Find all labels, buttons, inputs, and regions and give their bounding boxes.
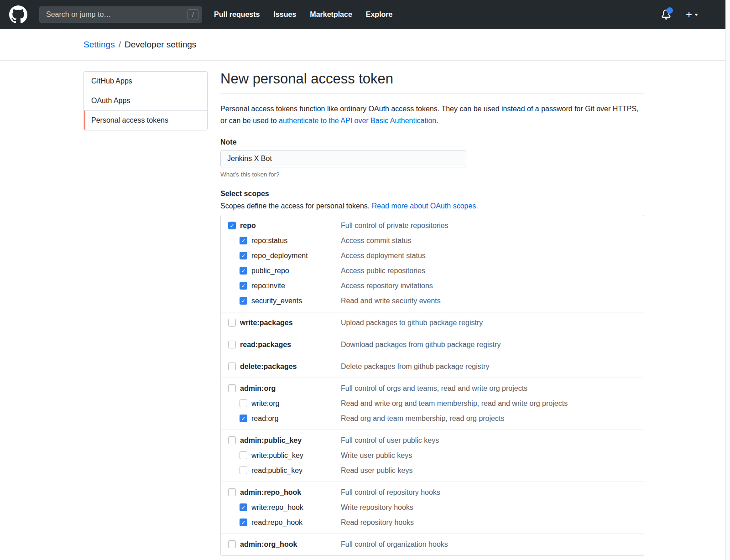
scope-description: Write repository hooks [341,503,413,512]
scope-row-delete-packages: delete:packagesDelete packages from gith… [228,359,636,374]
sidebar-item-oauth-apps[interactable]: OAuth Apps [84,91,207,110]
scope-description: Full control of repository hooks [341,488,440,497]
scope-checkbox-admin-org[interactable] [228,384,236,392]
page-scrollbar[interactable] [725,0,730,560]
scope-name-cell: read:packages [228,341,341,349]
scope-row-repo: repoFull control of private repositories [228,218,636,233]
scope-row-repo-status: repo:statusAccess commit status [228,233,636,248]
scope-name-cell: read:org [240,415,341,423]
scope-checkbox-public-repo[interactable] [240,267,247,275]
intro-paragraph: Personal access tokens function like ord… [220,103,644,127]
breadcrumb: Settings/Developer settings [83,40,196,50]
scope-description: Write user public keys [341,451,412,460]
scope-row-read-packages: read:packagesDownload packages from gith… [228,337,636,352]
scope-name-label: read:org [251,415,279,423]
scope-name-cell: repo_deployment [240,252,341,260]
scope-name-cell: write:public_key [240,451,341,460]
scope-checkbox-admin-org-hook[interactable] [228,540,236,548]
scope-name-label: write:packages [240,319,293,327]
scope-description: Read user public keys [341,467,412,475]
scope-name-label: admin:repo_hook [240,488,301,497]
scope-row-repo-invite: repo:inviteAccess repository invitations [228,278,636,293]
scope-name-label: write:org [251,399,279,408]
scope-description: Access public repositories [341,267,425,275]
scope-name-label: repo:status [251,237,287,245]
scope-checkbox-repo-invite[interactable] [240,282,247,290]
sidebar-item-github-apps[interactable]: GitHub Apps [84,72,207,91]
scopes-checklist: repoFull control of private repositories… [220,215,644,556]
oauth-scopes-link[interactable]: Read more about OAuth scopes. [372,202,478,210]
scopes-desc-text: Scopes define the access for personal to… [220,202,372,210]
scope-description: Upload packages to github package regist… [341,319,483,327]
note-label: Note [220,138,644,146]
scope-name-label: admin:org [240,384,276,393]
scope-row-write-public-key: write:public_keyWrite user public keys [228,448,636,463]
scope-description: Full control of private repositories [341,222,448,230]
top-header: / Pull requestsIssuesMarketplaceExplore … [0,0,730,29]
breadcrumb-separator: / [119,40,121,49]
scope-name-cell: repo [228,222,341,230]
scope-checkbox-read-packages[interactable] [228,341,236,348]
breadcrumb-settings-link[interactable]: Settings [83,40,115,49]
scope-group: admin:orgFull control of orgs and teams,… [221,378,644,430]
scope-group: admin:repo_hookFull control of repositor… [221,482,644,534]
scope-name-cell: write:repo_hook [240,503,341,512]
nav-item-issues[interactable]: Issues [273,10,296,19]
nav-item-explore[interactable]: Explore [366,10,393,19]
nav-item-marketplace[interactable]: Marketplace [310,10,352,19]
github-logo-icon[interactable] [9,5,27,24]
scope-checkbox-read-repo-hook[interactable] [240,519,247,526]
scope-group: read:packagesDownload packages from gith… [221,334,644,356]
scope-group: admin:public_keyFull control of user pub… [221,430,644,482]
scope-checkbox-admin-public-key[interactable] [228,436,236,444]
scope-row-public-repo: public_repoAccess public repositories [228,263,636,278]
scopes-description: Scopes define the access for personal to… [220,202,644,210]
scope-description: Access commit status [341,237,412,245]
scope-checkbox-write-repo-hook[interactable] [240,503,247,511]
search-input[interactable] [39,6,202,23]
sidebar-item-personal-access-tokens[interactable]: Personal access tokens [84,110,207,130]
scope-name-cell: write:packages [228,319,341,327]
basic-auth-link[interactable]: authenticate to the API over Basic Authe… [279,117,436,124]
scope-name-label: read:public_key [251,467,302,475]
scope-name-cell: admin:repo_hook [228,488,341,497]
scope-name-cell: security_events [240,297,341,305]
header-search: / [39,6,202,23]
scope-name-label: read:repo_hook [251,519,302,527]
notification-dot [667,7,673,14]
scope-name-cell: admin:public_key [228,436,341,445]
scope-description: Download packages from github package re… [341,341,501,349]
create-new-dropdown[interactable]: + [686,10,698,19]
breadcrumb-bar: Settings/Developer settings [0,29,730,61]
note-input[interactable] [220,150,466,167]
nav-item-pull-requests[interactable]: Pull requests [214,10,260,19]
scope-description: Full control of organization hooks [341,540,448,549]
scope-checkbox-write-org[interactable] [240,399,247,407]
scope-checkbox-repo[interactable] [228,222,236,229]
notifications-button[interactable] [661,10,671,20]
scope-name-label: write:public_key [251,451,303,460]
scope-row-read-public-key: read:public_keyRead user public keys [228,463,636,478]
scope-name-cell: admin:org [228,384,341,393]
scope-row-write-org: write:orgRead and write org and team mem… [228,396,636,411]
scope-row-write-repo-hook: write:repo_hookWrite repository hooks [228,500,636,515]
scope-checkbox-repo-status[interactable] [240,237,247,244]
scope-name-label: delete:packages [240,363,297,371]
page-title: New personal access token [220,70,644,94]
scope-checkbox-read-org[interactable] [240,415,247,422]
scope-checkbox-write-packages[interactable] [228,319,236,327]
scope-description: Read org and team membership, read org p… [341,415,504,423]
scope-checkbox-repo-deployment[interactable] [240,252,247,259]
scope-description: Access repository invitations [341,282,433,290]
top-nav: Pull requestsIssuesMarketplaceExplore [214,10,392,19]
scope-checkbox-admin-repo-hook[interactable] [228,488,236,496]
settings-sidebar: GitHub AppsOAuth AppsPersonal access tok… [83,71,208,130]
scope-name-label: public_repo [251,267,289,275]
scope-name-label: repo:invite [251,282,285,290]
scope-checkbox-delete-packages[interactable] [228,363,236,370]
scope-row-admin-public-key: admin:public_keyFull control of user pub… [228,433,636,448]
scope-checkbox-security-events[interactable] [240,297,247,305]
scope-checkbox-read-public-key[interactable] [240,467,247,474]
scope-group: repoFull control of private repositories… [221,215,644,312]
scope-checkbox-write-public-key[interactable] [240,451,247,459]
